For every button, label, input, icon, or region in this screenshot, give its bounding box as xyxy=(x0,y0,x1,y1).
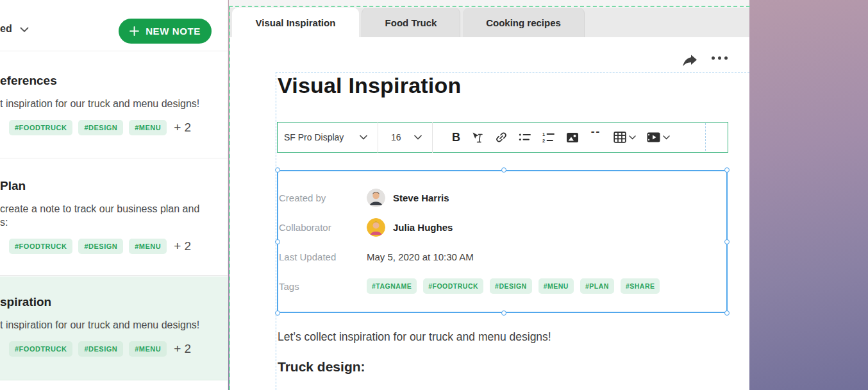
note-item-description-line2: s: xyxy=(0,216,228,229)
person-chip[interactable]: Julia Hughes xyxy=(367,218,453,237)
meta-row-last-updated: Last Updated May 5, 2020 at 10:30 AM xyxy=(279,247,721,266)
avatar xyxy=(367,189,385,207)
note-item-description: create a note to track our business plan… xyxy=(0,202,228,216)
tag-chip[interactable]: #FOODTRUCK xyxy=(423,278,483,294)
meta-row-collaborator: Collaborator Julia Hughes xyxy=(279,217,721,237)
font-size-select[interactable]: 16 xyxy=(378,123,432,152)
tab-bar: Visual Inspiration Food Truck Cooking re… xyxy=(230,8,749,37)
note-metadata-block[interactable]: Created by Steve Harris Collaborator xyxy=(277,170,728,313)
tag-overflow-count[interactable]: + 2 xyxy=(174,121,191,135)
italic-cursor-icon[interactable] xyxy=(471,131,484,144)
document-actions xyxy=(678,50,742,73)
person-name: Steve Harris xyxy=(393,192,449,203)
sort-dropdown[interactable]: ed xyxy=(0,23,29,35)
avatar xyxy=(367,218,385,237)
meta-label: Last Updated xyxy=(279,251,367,262)
note-item-title: Plan xyxy=(0,179,228,193)
font-family-select[interactable]: SF Pro Display xyxy=(278,123,378,152)
tag-overflow-count[interactable]: + 2 xyxy=(174,342,191,356)
tag-chip[interactable]: #SHARE xyxy=(621,278,660,294)
tag-chip[interactable]: #PLAN xyxy=(580,278,614,294)
selection-handle[interactable] xyxy=(724,167,730,173)
note-item-description: t inspiration for our truck and menu des… xyxy=(0,318,228,332)
person-name: Julia Hughes xyxy=(393,222,453,233)
tab-label: Food Truck xyxy=(385,17,437,28)
chevron-down-icon xyxy=(663,135,670,140)
share-arrow-icon[interactable] xyxy=(681,54,698,69)
selection-handle[interactable] xyxy=(501,310,506,316)
chevron-down-icon xyxy=(629,135,636,140)
tag-chip[interactable]: #FOODTRUCK xyxy=(9,239,72,254)
new-note-button[interactable]: NEW NOTE xyxy=(119,19,212,44)
meta-row-tags: Tags #TAGNAME #FOODTRUCK #DESIGN #MENU #… xyxy=(279,276,721,296)
meta-row-created-by: Created by Steve Harris xyxy=(279,188,721,207)
tab-visual-inspiration[interactable]: Visual Inspiration xyxy=(232,8,359,37)
note-item-title: spiration xyxy=(0,295,228,309)
app-canvas: ed NEW NOTE eferences t inspiration for … xyxy=(0,0,868,390)
selection-handle[interactable] xyxy=(501,167,506,173)
tag-chip[interactable]: #MENU xyxy=(129,341,167,357)
svg-text:1: 1 xyxy=(542,131,545,137)
note-body-paragraph[interactable]: Let’s collect inspiration for our truck … xyxy=(278,330,551,344)
tab-cooking-recipes[interactable]: Cooking recipes xyxy=(463,8,585,37)
window-top-strip xyxy=(229,0,749,8)
notes-sidebar: ed NEW NOTE eferences t inspiration for … xyxy=(0,0,228,390)
tag-chip[interactable]: #MENU xyxy=(129,239,167,254)
note-item-description: t inspiration for our truck and menu des… xyxy=(0,97,228,110)
meta-label: Created by xyxy=(279,192,367,203)
last-updated-value: May 5, 2020 at 10:30 AM xyxy=(367,251,474,262)
tag-chip[interactable]: #DESIGN xyxy=(78,120,123,135)
blockquote-icon[interactable] xyxy=(590,131,603,143)
ellipsis-icon[interactable] xyxy=(712,56,728,60)
note-item-title: eferences xyxy=(0,74,228,88)
note-section-heading[interactable]: Truck design: xyxy=(278,359,365,375)
tag-chip[interactable]: #FOODTRUCK xyxy=(9,341,72,357)
note-item-tags: #FOODTRUCK #DESIGN #MENU + 2 xyxy=(9,120,228,135)
link-icon[interactable] xyxy=(495,131,508,144)
tag-chip[interactable]: #MENU xyxy=(129,120,167,135)
new-note-label: NEW NOTE xyxy=(146,26,201,37)
tag-overflow-count[interactable]: + 2 xyxy=(174,239,191,253)
bulleted-list-icon[interactable] xyxy=(519,132,531,142)
bold-button[interactable]: B xyxy=(452,131,460,144)
tab-label: Cooking recipes xyxy=(486,17,561,28)
page-title[interactable]: Visual Inspiration xyxy=(278,73,461,98)
toolbar-icons: B xyxy=(433,131,670,144)
sidebar-header: ed NEW NOTE xyxy=(0,0,228,51)
font-family-value: SF Pro Display xyxy=(284,132,344,142)
note-item-tags: #FOODTRUCK #DESIGN #MENU + 2 xyxy=(9,341,228,357)
note-item-tags: #FOODTRUCK #DESIGN #MENU + 2 xyxy=(9,239,228,254)
person-chip[interactable]: Steve Harris xyxy=(367,189,449,207)
meta-label: Collaborator xyxy=(279,222,367,233)
font-size-value: 16 xyxy=(391,132,401,142)
note-list-item[interactable]: Plan create a note to track our business… xyxy=(0,159,228,276)
note-list-item[interactable]: eferences t inspiration for our truck an… xyxy=(0,52,228,158)
tag-chip[interactable]: #TAGNAME xyxy=(367,278,417,294)
note-list-item-selected[interactable]: spiration t inspiration for our truck an… xyxy=(0,276,228,380)
tag-chip[interactable]: #FOODTRUCK xyxy=(9,120,72,135)
table-insert-button[interactable] xyxy=(613,131,636,143)
selection-handle[interactable] xyxy=(724,239,730,244)
selection-handle[interactable] xyxy=(724,310,730,316)
note-tags: #TAGNAME #FOODTRUCK #DESIGN #MENU #PLAN … xyxy=(367,278,660,294)
chevron-down-icon xyxy=(360,135,367,140)
tab-food-truck[interactable]: Food Truck xyxy=(362,8,460,37)
selection-handle[interactable] xyxy=(275,167,280,173)
formatting-toolbar: SF Pro Display 16 B xyxy=(277,122,728,153)
image-icon[interactable] xyxy=(566,132,579,143)
tab-label: Visual Inspiration xyxy=(256,17,336,28)
selection-handle[interactable] xyxy=(275,310,280,316)
video-insert-button[interactable] xyxy=(647,132,670,142)
plus-icon xyxy=(129,26,139,36)
numbered-list-icon[interactable]: 1 2 xyxy=(542,131,555,143)
tag-chip[interactable]: #DESIGN xyxy=(490,278,532,294)
tag-chip[interactable]: #DESIGN xyxy=(78,341,123,357)
meta-label: Tags xyxy=(279,281,367,292)
selection-handle[interactable] xyxy=(275,239,280,244)
tag-chip[interactable]: #MENU xyxy=(538,278,574,294)
tag-chip[interactable]: #DESIGN xyxy=(78,239,123,254)
sort-dropdown-label: ed xyxy=(0,23,12,35)
chevron-down-icon xyxy=(20,26,29,33)
svg-text:2: 2 xyxy=(542,138,545,143)
chevron-down-icon xyxy=(414,135,422,140)
